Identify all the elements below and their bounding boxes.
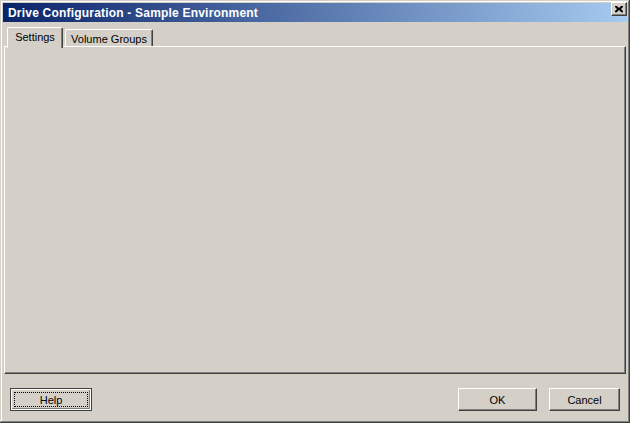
close-icon [615, 6, 623, 13]
close-button[interactable] [611, 2, 627, 16]
help-button[interactable]: Help [10, 388, 92, 411]
settings-panel [4, 46, 626, 374]
drive-configuration-dialog: Drive Configuration - Sample Environment… [0, 0, 630, 423]
tab-volume-groups[interactable]: Volume Groups [65, 29, 153, 47]
ok-button[interactable]: OK [458, 388, 537, 411]
titlebar[interactable]: Drive Configuration - Sample Environment [3, 3, 627, 22]
tab-settings[interactable]: Settings [7, 27, 63, 48]
window-title: Drive Configuration - Sample Environment [8, 6, 258, 20]
cancel-button[interactable]: Cancel [549, 388, 620, 411]
